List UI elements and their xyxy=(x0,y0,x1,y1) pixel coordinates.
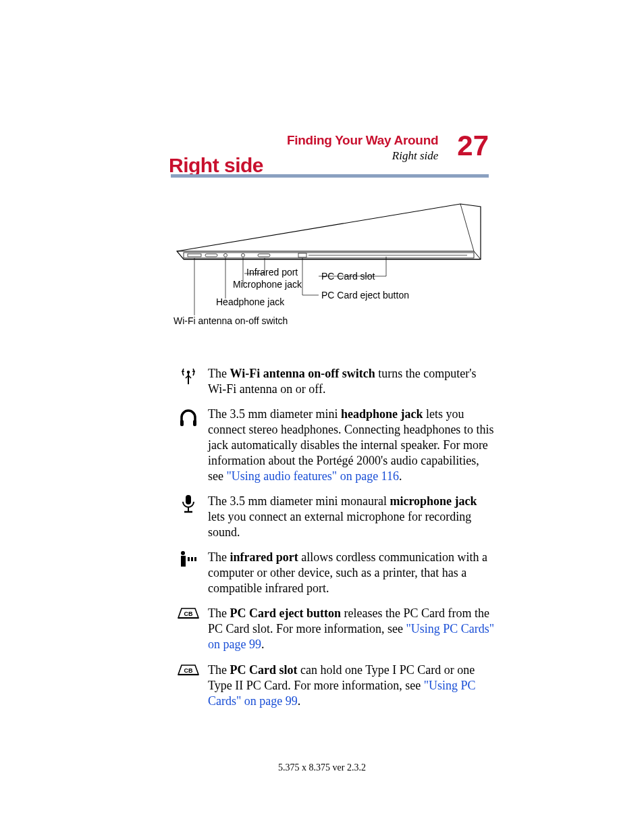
text: The xyxy=(208,367,230,380)
svg-rect-7 xyxy=(298,253,306,257)
svg-rect-32 xyxy=(191,557,193,561)
bold-term: infrared port xyxy=(230,550,298,564)
item-pc-slot-text: The PC Card slot can hold one Type I PC … xyxy=(208,662,495,709)
section-subtitle: Right side xyxy=(392,149,438,163)
cross-reference-link[interactable]: "Using audio features" on page 116 xyxy=(226,469,398,483)
headphone-icon xyxy=(169,407,208,428)
port-descriptions: The Wi-Fi antenna on-off switch turns th… xyxy=(169,366,495,709)
antenna-icon xyxy=(169,366,208,386)
svg-rect-26 xyxy=(186,495,191,504)
bold-term: PC Card slot xyxy=(230,663,297,677)
bold-term: PC Card eject button xyxy=(230,606,340,620)
text: lets you connect an external microphone … xyxy=(208,510,471,539)
diagram-label-pc-slot: PC Card slot xyxy=(321,271,375,282)
right-side-diagram: Infrared port Microphone jack Headphone … xyxy=(170,197,494,339)
text: The xyxy=(208,663,230,677)
chapter-title: Finding Your Way Around xyxy=(287,133,438,148)
text: The xyxy=(208,606,230,620)
item-infrared-text: The infrared port allows cordless commun… xyxy=(208,550,495,596)
item-headphone: The 3.5 mm diameter mini headphone jack … xyxy=(169,407,495,484)
diagram-label-microphone: Microphone jack xyxy=(233,279,302,290)
item-pc-eject-text: The PC Card eject button releases the PC… xyxy=(208,606,495,652)
page-number: 27 xyxy=(457,132,489,160)
svg-point-18 xyxy=(187,371,190,373)
item-pc-slot: CB The PC Card slot can hold one Type I … xyxy=(169,662,495,709)
item-microphone: The 3.5 mm diameter mini monaural microp… xyxy=(169,494,495,540)
item-headphone-text: The 3.5 mm diameter mini headphone jack … xyxy=(208,407,495,484)
text: The 3.5 mm diameter mini xyxy=(208,407,341,421)
svg-point-29 xyxy=(181,551,185,555)
infrared-icon xyxy=(169,550,208,569)
text: The xyxy=(208,550,230,564)
text: . xyxy=(399,469,402,483)
diagram-label-wifi: Wi-Fi antenna on-off switch xyxy=(173,315,288,326)
pc-card-icon: CB xyxy=(169,662,208,677)
svg-rect-24 xyxy=(180,420,184,426)
manual-page: Finding Your Way Around Right side 27 Ri… xyxy=(0,0,644,834)
header-rule xyxy=(171,174,489,178)
item-wifi-text: The Wi-Fi antenna on-off switch turns th… xyxy=(208,366,495,397)
item-pc-eject: CB The PC Card eject button releases the… xyxy=(169,606,495,652)
svg-rect-25 xyxy=(193,420,196,426)
diagram-label-headphone: Headphone jack xyxy=(216,296,284,307)
page-footer: 5.375 x 8.375 ver 2.3.2 xyxy=(0,762,644,773)
bold-term: headphone jack xyxy=(341,407,423,421)
text: The 3.5 mm diameter mini monaural xyxy=(208,494,390,508)
text: . xyxy=(298,694,301,708)
svg-rect-33 xyxy=(194,557,196,561)
bold-term: Wi-Fi antenna on-off switch xyxy=(230,367,375,380)
microphone-icon xyxy=(169,494,208,514)
item-infrared: The infrared port allows cordless commun… xyxy=(169,550,495,596)
page-header: Finding Your Way Around Right side 27 xyxy=(287,132,489,163)
header-text-block: Finding Your Way Around Right side xyxy=(287,132,438,163)
bold-term: microphone jack xyxy=(390,494,477,508)
svg-text:CB: CB xyxy=(184,667,193,674)
svg-text:CB: CB xyxy=(184,610,193,617)
svg-rect-31 xyxy=(188,557,190,561)
diagram-label-pc-eject: PC Card eject button xyxy=(321,290,409,301)
item-wifi: The Wi-Fi antenna on-off switch turns th… xyxy=(169,366,495,397)
text: . xyxy=(261,637,265,651)
svg-rect-30 xyxy=(181,556,186,567)
item-microphone-text: The 3.5 mm diameter mini monaural microp… xyxy=(208,494,495,540)
pc-card-icon: CB xyxy=(169,606,208,621)
diagram-label-infrared: Infrared port xyxy=(246,267,298,278)
